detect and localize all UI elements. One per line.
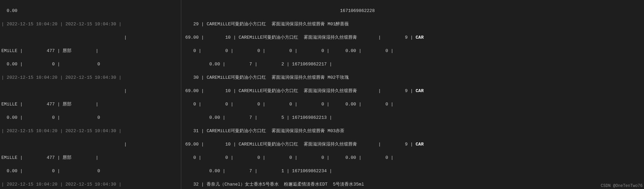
left-row-14: | 2022-12-15 10:04:20 | 2022-12-15 10:04… (1, 181, 180, 188)
right-row-r6: 69.00 | 10 | CAREMiLLE珂曼奶油小方口红 雾面滋润保湿持久丝… (183, 88, 643, 94)
right-row-r2: 69.00 | 10 | CAREMiLLE珂曼奶油小方口红 雾面滋润保湿持久丝… (183, 34, 643, 41)
left-row-6: | 2022-12-15 10:04:20 | 2022-12-15 10:04… (1, 74, 180, 81)
right-data-block: 1671069862228 29 | CAREMiLLE珂曼奶油小方口红 雾面滋… (181, 1, 644, 189)
left-row-8: EMiLLE | 477 | 唇部 | (1, 101, 180, 108)
left-panel: 0.00 | 2022-12-15 10:04:20 | 2022-12-15 … (0, 0, 181, 189)
right-row-r7: 0 | 0 | 0 | 0 | 0 | 0.00 | 0 | (183, 101, 643, 108)
right-row-r10: 69.00 | 10 | CAREMiLLE珂曼奶油小方口红 雾面滋润保湿持久丝… (183, 141, 643, 148)
right-row-top: 1671069862228 (183, 8, 643, 14)
left-row-5: 0.00 | 0 | 0 (1, 61, 180, 68)
right-row-r12: 0.00 | 7 | 1 | 1671069862234 | (183, 168, 643, 175)
watermark: CSDN @OneTenTwo76 (601, 184, 643, 188)
left-row-9: 0.00 | 0 | 0 (1, 114, 180, 121)
right-row-r13: 32 | 香奈儿（Chanel）女士香水5号香水 粉邂逅柔情淡香水EDT 5号淡… (183, 181, 643, 188)
right-panel: 1671069862228 29 | CAREMiLLE珂曼奶油小方口红 雾面滋… (181, 0, 644, 189)
left-row-13: 0.00 | 0 | 0 (1, 168, 180, 175)
left-row-2: | 2022-12-15 10:04:20 | 2022-12-15 10:04… (1, 21, 180, 28)
left-row-3: | (1, 34, 180, 41)
left-row-4: EMiLLE | 477 | 唇部 | (1, 48, 180, 54)
right-row-r11: 0 | 0 | 0 | 0 | 0 | 0.00 | 0 | (183, 154, 643, 161)
left-row-7: | (1, 88, 180, 94)
right-row-r1: 29 | CAREMiLLE珂曼奶油小方口红 雾面滋润保湿持久丝缎唇膏 M01醉… (183, 21, 643, 28)
right-row-r4: 0.00 | 7 | 2 | 1671069862217 | (183, 61, 643, 68)
left-row-1: 0.00 (1, 8, 180, 14)
right-row-r8: 0.00 | 7 | 5 | 1671069862213 | (183, 114, 643, 121)
left-row-11: | (1, 141, 180, 148)
left-data-block: 0.00 | 2022-12-15 10:04:20 | 2022-12-15 … (0, 1, 181, 189)
right-row-r3: 0 | 0 | 0 | 0 | 0 | 0.00 | 0 | (183, 48, 643, 54)
right-row-r9: 31 | CAREMiLLE珂曼奶油小方口红 雾面滋润保湿持久丝缎唇膏 M03赤… (183, 128, 643, 135)
main-container: 0.00 | 2022-12-15 10:04:20 | 2022-12-15 … (0, 0, 644, 189)
left-row-12: EMiLLE | 477 | 唇部 | (1, 154, 180, 161)
left-row-10: | 2022-12-15 10:04:20 | 2022-12-15 10:04… (1, 128, 180, 135)
right-row-r5: 30 | CAREMiLLE珂曼奶油小方口红 雾面滋润保湿持久丝缎唇膏 M02干… (183, 74, 643, 81)
